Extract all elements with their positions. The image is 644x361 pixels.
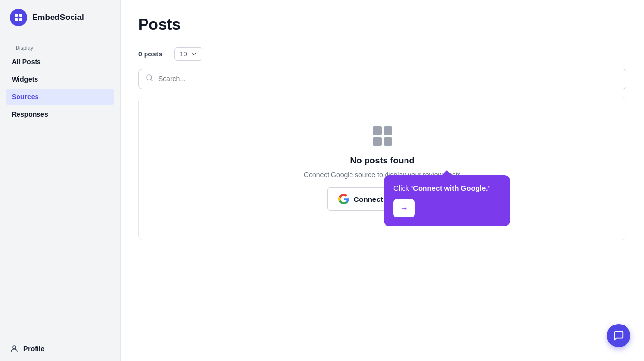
tooltip-next-button[interactable]: → bbox=[393, 199, 415, 217]
chevron-down-icon bbox=[190, 51, 197, 57]
sidebar-item-label: Widgets bbox=[12, 75, 38, 83]
sidebar-item-all-posts[interactable]: All Posts bbox=[6, 54, 114, 70]
svg-rect-0 bbox=[15, 14, 18, 17]
sidebar-item-sources[interactable]: Sources bbox=[6, 89, 114, 105]
logo-icon bbox=[10, 9, 27, 26]
chat-icon bbox=[613, 330, 624, 341]
icon-cell-bl bbox=[373, 137, 382, 146]
page-title: Posts bbox=[138, 16, 626, 34]
svg-rect-3 bbox=[19, 18, 22, 21]
main-content: Posts 0 posts 10 No posts found bbox=[121, 0, 644, 361]
profile-link[interactable]: Profile bbox=[0, 337, 120, 361]
arrow-icon: → bbox=[400, 203, 408, 214]
search-icon bbox=[146, 74, 153, 84]
sidebar: EmbedSocial Display All Posts Widgets So… bbox=[0, 0, 121, 361]
icon-cell-tl bbox=[373, 126, 382, 135]
app-logo[interactable]: EmbedSocial bbox=[0, 0, 120, 35]
tooltip-bubble: Click 'Connect with Google.' → bbox=[384, 175, 510, 226]
sidebar-item-label: Responses bbox=[12, 110, 48, 118]
search-input[interactable] bbox=[158, 75, 619, 83]
sidebar-nav: Display All Posts Widgets Sources Respon… bbox=[0, 35, 120, 337]
svg-rect-2 bbox=[15, 18, 18, 21]
svg-rect-1 bbox=[19, 14, 22, 17]
google-logo-icon bbox=[338, 194, 349, 204]
profile-icon bbox=[10, 344, 18, 353]
toolbar: 0 posts 10 bbox=[138, 47, 626, 61]
empty-title: No posts found bbox=[350, 156, 415, 166]
sidebar-item-label: All Posts bbox=[12, 58, 41, 66]
posts-count: 0 posts bbox=[138, 50, 162, 58]
per-page-value: 10 bbox=[180, 50, 187, 58]
sidebar-item-label: Sources bbox=[12, 93, 38, 101]
per-page-select[interactable]: 10 bbox=[174, 47, 202, 61]
svg-line-6 bbox=[151, 79, 152, 81]
toolbar-divider bbox=[168, 49, 168, 59]
app-name: EmbedSocial bbox=[32, 13, 84, 22]
search-bar bbox=[138, 69, 626, 89]
profile-label: Profile bbox=[23, 345, 45, 353]
tooltip-prefix: Click bbox=[393, 184, 411, 192]
icon-cell-tr bbox=[384, 126, 392, 135]
tooltip-text: Click 'Connect with Google.' bbox=[393, 184, 500, 192]
sidebar-item-responses[interactable]: Responses bbox=[6, 106, 114, 123]
empty-state-container: No posts found Connect Google source to … bbox=[138, 97, 626, 240]
tooltip-highlight: 'Connect with Google.' bbox=[411, 184, 490, 192]
sidebar-section-label: Display bbox=[6, 37, 114, 54]
empty-state-icon bbox=[373, 126, 392, 146]
svg-point-4 bbox=[13, 346, 16, 349]
sidebar-item-widgets[interactable]: Widgets bbox=[6, 71, 114, 88]
chat-button[interactable] bbox=[607, 324, 630, 347]
icon-cell-br bbox=[384, 137, 392, 146]
